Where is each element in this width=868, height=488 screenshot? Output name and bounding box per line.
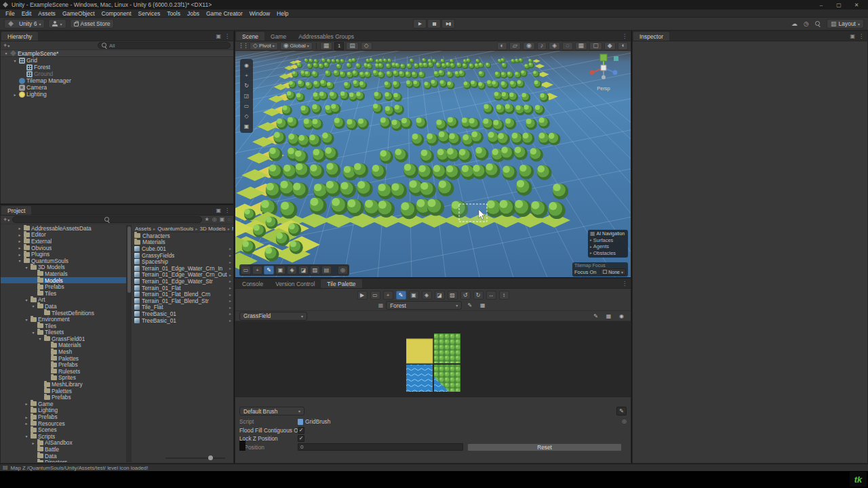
expand-arrow-icon[interactable]: ▸: [229, 311, 231, 316]
expand-arrow-icon[interactable]: ▸: [229, 272, 231, 277]
project-folder[interactable]: Prefabs: [1, 283, 126, 290]
scene-header-row[interactable]: ▾ ExampleScene*: [1, 50, 233, 57]
project-folder[interactable]: Materials: [1, 342, 126, 349]
hierarchy-item[interactable]: Tilemap Manager: [1, 77, 233, 84]
picker-tool-button[interactable]: ◈: [287, 266, 297, 274]
handle-rotation-dropdown[interactable]: ◉ Global ▾: [280, 42, 313, 50]
project-folder[interactable]: ▸ Editor: [1, 232, 126, 239]
expand-arrow-icon[interactable]: ▸: [229, 246, 231, 251]
move-tool-button[interactable]: +: [252, 266, 262, 274]
project-folder[interactable]: ▾ Tilesets: [1, 329, 126, 336]
picker-tool-button[interactable]: ◈: [422, 291, 432, 300]
scene-view-tab[interactable]: Scene: [236, 32, 264, 41]
palette-grid-button[interactable]: ▦: [604, 312, 614, 321]
scene-viewport[interactable]: ◉+↻◲▭◇▣ Persp ▦: [235, 51, 631, 277]
edit-palette-button[interactable]: ✎: [591, 312, 601, 321]
project-file[interactable]: Spaceship ▸: [132, 258, 233, 265]
project-file[interactable]: Terrain_01_Edge_Water_Crn_In ▸: [132, 265, 233, 272]
create-asset-button[interactable]: +▾: [3, 216, 9, 223]
paint-tool-button[interactable]: ✎: [264, 266, 274, 274]
menu-item[interactable]: Component: [98, 9, 135, 17]
project-folder[interactable]: ▾ 3D Models: [1, 264, 126, 271]
edit-tilemap-button[interactable]: ✎: [465, 301, 475, 310]
expand-arrow-icon[interactable]: ▸: [229, 305, 231, 310]
project-folder[interactable]: ▸ Prefabs: [1, 413, 126, 420]
hierarchy-item[interactable]: Ground: [1, 70, 233, 77]
status-message[interactable]: Map Z /QuantumSouls/Unity/Assets/test/ l…: [11, 465, 149, 471]
project-file[interactable]: GrassyFields ▸: [132, 252, 233, 259]
project-folder[interactable]: Palettes: [1, 355, 126, 362]
hierarchy-item[interactable]: ▾ Grid: [1, 57, 233, 64]
project-file[interactable]: Materials ▸: [132, 239, 233, 246]
focus-on-dropdown[interactable]: None ▾: [600, 268, 626, 275]
gizmo-projection-label[interactable]: Persp: [586, 85, 621, 92]
project-folder[interactable]: Tiles: [1, 290, 126, 297]
close-button[interactable]: ✕: [848, 0, 865, 9]
scene-view-tab[interactable]: Addressables Groups: [292, 32, 360, 41]
rect-tool-button[interactable]: ▭: [241, 102, 252, 110]
menu-item[interactable]: Help: [273, 9, 292, 17]
expand-arrow-icon[interactable]: ▸: [229, 266, 231, 270]
project-folder[interactable]: Battle: [1, 446, 126, 453]
effects-dropdown-button[interactable]: ◈: [549, 42, 560, 50]
drag-handle-icon[interactable]: ⋮⋮: [238, 43, 248, 49]
select-tool-button[interactable]: ▭: [370, 291, 380, 300]
rotate-ccw-button[interactable]: ↺: [460, 291, 471, 300]
project-folder[interactable]: ▸ Plugins: [1, 251, 126, 258]
grid-toggle-button[interactable]: ▦: [477, 301, 488, 310]
hierarchy-search-input[interactable]: All: [98, 42, 231, 49]
ai-nav-item[interactable]: ▸ Obstacles: [590, 250, 626, 257]
project-folder[interactable]: Prefabs: [1, 361, 126, 368]
project-folder[interactable]: Materials: [1, 270, 126, 277]
project-folder[interactable]: Tiles: [1, 323, 126, 329]
project-folder[interactable]: Prefabs: [1, 394, 126, 401]
increment-snap-button[interactable]: ◇: [361, 42, 372, 50]
toggle-2d-button[interactable]: ▱: [509, 42, 521, 50]
project-folder[interactable]: Sprites: [1, 375, 126, 382]
scene-view-tab[interactable]: Game: [264, 32, 292, 41]
maximize-button[interactable]: ▢: [830, 0, 848, 9]
project-file[interactable]: Characters ▸: [132, 232, 233, 239]
cloud-icon[interactable]: ☁: [791, 21, 797, 27]
account-dropdown[interactable]: ▾: [48, 19, 66, 28]
orientation-gizmo[interactable]: Persp: [586, 54, 621, 92]
layout-dropdown[interactable]: ▥ Layout ▾: [827, 19, 864, 28]
audio-toggle-button[interactable]: ♪: [537, 42, 547, 50]
move-tool-button[interactable]: +: [383, 291, 393, 300]
project-file[interactable]: TreeBasic_01 ▸: [132, 317, 233, 324]
project-folder[interactable]: ▾ Scripts: [1, 433, 126, 440]
project-folder[interactable]: ▸ Resources: [1, 420, 126, 427]
project-file[interactable]: Cube.001 ▸: [132, 245, 233, 252]
brush-dropdown[interactable]: Default Brush ▾: [239, 407, 304, 415]
panel-menu-icon[interactable]: ⋮: [859, 34, 864, 39]
active-tilemap-dropdown[interactable]: Forest ▾: [386, 301, 462, 310]
palette-tiles[interactable]: [406, 333, 463, 393]
project-folder[interactable]: Models: [1, 277, 126, 284]
project-file[interactable]: Terrain_01_Flat ▸: [132, 285, 233, 291]
overlay-settings-button[interactable]: ◎: [338, 266, 348, 274]
fill-tool-button[interactable]: ▨: [310, 266, 320, 274]
hierarchy-item[interactable]: Camera: [1, 84, 233, 91]
scene-search-button[interactable]: ◖: [618, 42, 628, 50]
project-folder[interactable]: ▸ AISandbox: [1, 440, 126, 447]
ai-nav-item[interactable]: ▸ Surfaces: [590, 237, 626, 244]
step-button[interactable]: ▶▮: [441, 19, 455, 28]
checkbox[interactable]: ✓: [298, 435, 304, 442]
box-fill-tool-button[interactable]: ▣: [275, 266, 285, 274]
checkbox[interactable]: ✓: [298, 427, 304, 434]
shaded-mode-button[interactable]: ◐: [497, 42, 507, 50]
project-folder[interactable]: ▾ QuantumSouls: [1, 258, 126, 264]
label-filter-icon[interactable]: ◎: [212, 217, 217, 222]
project-folder[interactable]: ▸ Obvious: [1, 245, 126, 251]
project-file[interactable]: Terrain_01_Flat_Blend_Str ▸: [132, 298, 233, 304]
tab-inspector[interactable]: Inspector: [633, 32, 669, 41]
rotate-tool-button[interactable]: ↻: [241, 81, 252, 90]
breadcrumb-item[interactable]: Models: [226, 226, 233, 232]
panel-menu-icon[interactable]: ⋮: [622, 34, 627, 39]
panel-menu-icon[interactable]: ⋮: [224, 208, 230, 214]
project-folder[interactable]: ▾ Environment: [1, 316, 126, 323]
project-folder[interactable]: Scenes: [1, 426, 126, 433]
project-folder[interactable]: Mesh: [1, 348, 126, 355]
menu-item[interactable]: Assets: [35, 9, 59, 17]
project-search-input[interactable]: [12, 216, 201, 223]
